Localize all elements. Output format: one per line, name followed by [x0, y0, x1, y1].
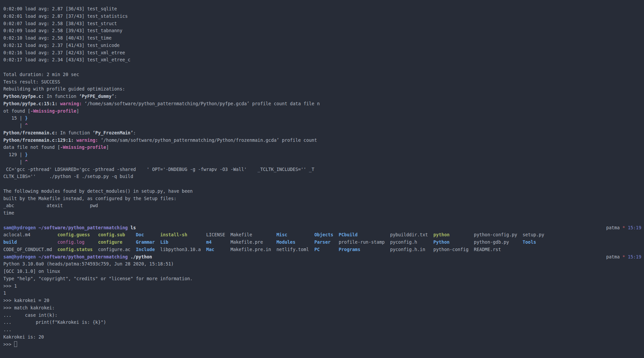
text-segment: Python/pyfpe.c:15:1: — [3, 101, 57, 106]
terminal-line-32: build config.log configure Grammar Lib m… — [3, 239, 644, 246]
text-segment — [74, 138, 76, 143]
text-segment: 15:19 — [628, 225, 641, 230]
text-segment: PCbuild — [339, 232, 358, 237]
text-segment: ... print(f"Kakrokei is: {k}") — [3, 320, 106, 325]
text-segment — [168, 240, 206, 245]
terminal-line-34: sam@hydrogen ~/software/python_patternma… — [3, 253, 644, 261]
terminal-line-27: _abc atexit pwd — [3, 202, 644, 210]
text-segment: ] — [76, 109, 79, 114]
text-segment: ~/software/python_patternmatching — [39, 225, 128, 230]
text-segment: Python/frozenmain.c: — [3, 130, 57, 135]
text-segment: Type "help", "copyright", "credits" or "… — [3, 276, 193, 281]
text-segment: -Wmissing-profile — [31, 109, 76, 114]
text-segment: ‘Py_FrozenMain’ — [93, 130, 133, 135]
terminal-line-3: 0:02:09 load avg: 2.58 [39/43] test_tabn… — [3, 27, 644, 35]
text-segment: _abc atexit pwd — [3, 203, 98, 208]
terminal-line-4: 0:02:10 load avg: 2.58 [40/43] test_time — [3, 35, 644, 42]
terminal-output: 0:02:00 load avg: 2.87 [36/43] test_sqli… — [3, 5, 644, 348]
terminal-line-12: Python/pyfpe.c: In function ‘PyFPE_dummy… — [3, 93, 644, 100]
text-segment: Rebuilding with profile guided optimizat… — [3, 86, 125, 92]
terminal-line-22: CC='gcc -pthread' LDSHARED='gcc -pthread… — [3, 166, 644, 173]
text-segment: Mac — [206, 247, 214, 252]
text-segment: Parser — [314, 240, 330, 245]
terminal-line-36: [GCC 10.1.0] on linux — [3, 268, 644, 275]
text-segment: ‘/home/sam/software/python_patternmatchi… — [98, 138, 317, 143]
terminal-line-16: | ^ — [3, 122, 644, 129]
text-segment: patma — [606, 225, 622, 230]
text-segment — [128, 225, 130, 230]
terminal-line-43: ... print(f"Kakrokei is: {k}") — [3, 319, 644, 326]
terminal-line-42: ... case int(k): — [3, 312, 644, 319]
text-segment — [296, 240, 314, 245]
text-segment: build — [3, 240, 17, 245]
terminal-line-28: time — [3, 210, 644, 217]
text-segment: 0:02:01 load avg: 2.87 [37/43] test_stat… — [3, 14, 128, 19]
terminal-line-20: 129 | } — [3, 151, 644, 159]
text-segment: ls — [130, 225, 136, 230]
text-segment: ^ — [25, 123, 28, 128]
text-segment: config.guess — [57, 232, 90, 237]
text-segment: : — [114, 94, 117, 99]
terminal-line-21: | ^ — [3, 159, 644, 166]
text-segment: Kakrokei is: 20 — [3, 335, 44, 340]
terminal-line-24 — [3, 180, 644, 188]
text-segment: libpython3.10.a — [155, 247, 206, 252]
text-segment — [320, 247, 338, 252]
text-segment: ^ — [25, 160, 28, 165]
text-segment: ... case int(k): — [3, 313, 57, 318]
terminal-line-14: ot found [-Wmissing-profile] — [3, 108, 644, 115]
text-segment: LICENSE Makefile — [206, 232, 277, 237]
text-segment: Tools — [523, 240, 536, 245]
text-segment: config.log — [57, 240, 85, 245]
text-segment: python-gdb.py — [474, 240, 523, 245]
terminal-line-8 — [3, 64, 644, 71]
text-segment: python-config.py setup.py — [474, 232, 544, 237]
text-segment — [331, 240, 339, 245]
text-segment: ] — [106, 145, 109, 150]
text-segment: In function — [44, 94, 79, 99]
text-segment: Python — [433, 240, 449, 245]
terminal-line-15: 15 | } — [3, 115, 644, 122]
terminal-line-18: Python/frozenmain.c:129:1: warning: ‘/ho… — [3, 137, 644, 144]
terminal-line-26: built by the Makefile instead, as config… — [3, 195, 644, 202]
terminal-line-37: Type "help", "copyright", "credits" or "… — [3, 275, 644, 283]
text-segment — [212, 240, 230, 245]
text-segment: Misc — [276, 232, 287, 237]
text-segment: built by the Makefile instead, as config… — [3, 196, 176, 201]
text-segment: install-sh — [160, 232, 187, 237]
terminal-line-5: 0:02:12 load avg: 2.37 [41/43] test_unic… — [3, 42, 644, 49]
text-segment: [GCC 10.1.0] on linux — [3, 269, 60, 274]
text-segment — [214, 247, 230, 252]
text-segment — [17, 240, 57, 245]
text-segment: Doc — [136, 232, 144, 237]
text-segment: | — [3, 123, 25, 128]
terminal-line-40: >>> kakrokei = 20 — [3, 297, 644, 304]
text-segment: CC='gcc -pthread' LDSHARED='gcc -pthread… — [3, 167, 314, 172]
text-segment: Include — [136, 247, 155, 252]
text-segment: Programs — [339, 247, 361, 252]
text-segment: >>> — [3, 342, 14, 347]
text-segment: config.status — [57, 247, 93, 252]
text-segment — [449, 232, 474, 237]
text-segment: Modules — [276, 240, 295, 245]
text-segment: Python/pyfpe.c: — [3, 94, 44, 99]
text-segment: PC — [314, 247, 320, 252]
text-segment: pybuilddir.txt — [390, 232, 433, 237]
text-segment: profile-run-stamp pyconfig.h — [339, 240, 433, 245]
terminal-line-7: 0:02:17 load avg: 2.34 [43/43] test_xml_… — [3, 56, 644, 64]
terminal-line-10: Tests result: SUCCESS — [3, 78, 644, 86]
text-segment: } — [25, 152, 28, 157]
terminal[interactable]: 0:02:00 load avg: 2.87 [36/43] test_sqli… — [0, 0, 644, 358]
text-segment: CLTK_LIBS='' ./python -E ./setup.py -q b… — [3, 174, 133, 179]
text-segment: 0:02:17 load avg: 2.34 [43/43] test_xml_… — [3, 57, 130, 62]
text-segment: aclocal.m4 — [3, 232, 57, 237]
text-segment: | — [3, 160, 25, 165]
text-segment: 129 | — [3, 152, 25, 157]
text-segment — [333, 232, 339, 237]
text-segment — [128, 254, 130, 259]
text-segment: CODE_OF_CONDUCT.md — [3, 247, 57, 252]
terminal-line-39: 1 — [3, 290, 644, 297]
terminal-line-1: 0:02:01 load avg: 2.87 [37/43] test_stat… — [3, 13, 644, 20]
terminal-line-11: Rebuilding with profile guided optimizat… — [3, 85, 644, 93]
terminal-line-25: The following modules found by detect_mo… — [3, 188, 644, 195]
